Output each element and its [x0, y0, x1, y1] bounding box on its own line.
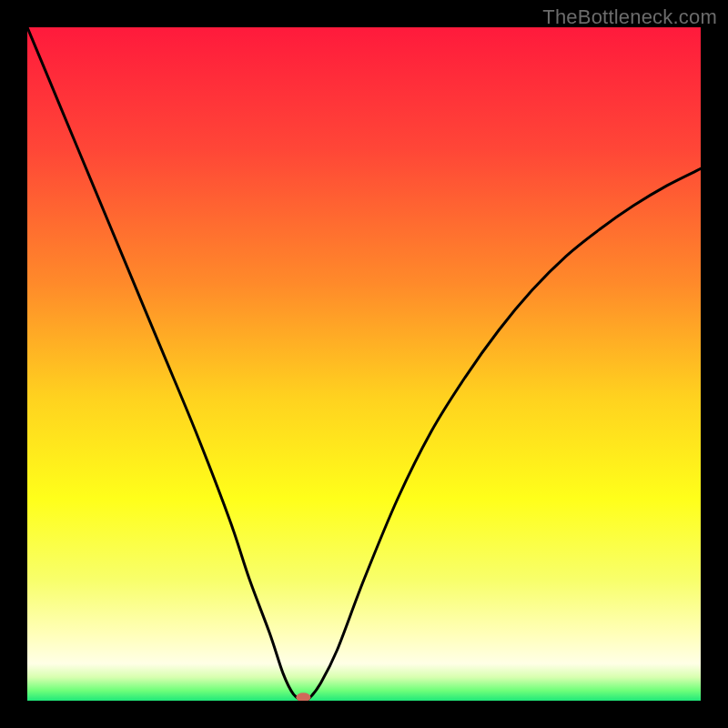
bottleneck-chart — [27, 27, 701, 701]
chart-background — [27, 27, 701, 701]
watermark-text: TheBottleneck.com — [542, 5, 717, 29]
chart-frame — [27, 27, 701, 701]
